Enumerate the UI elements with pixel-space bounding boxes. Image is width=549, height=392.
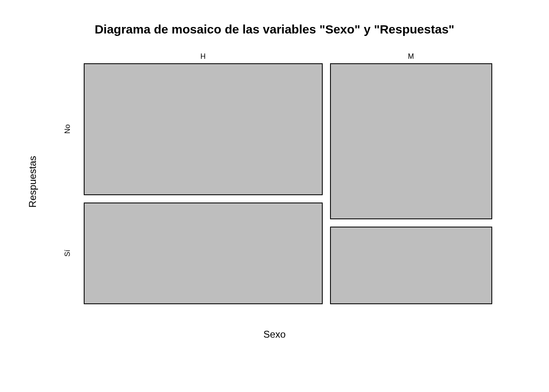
- tile-m-no: [330, 63, 492, 219]
- col-label-h: H: [201, 52, 206, 61]
- y-axis-label: Respuestas: [27, 156, 38, 208]
- row-label-si: Sí: [63, 249, 72, 256]
- tile-h-si: [84, 203, 323, 304]
- mosaic-plot-area: [84, 63, 492, 304]
- chart-title: Diagrama de mosaico de las variables "Se…: [0, 22, 549, 36]
- row-label-no: No: [63, 124, 72, 134]
- x-axis-label: Sexo: [0, 329, 549, 340]
- tile-h-no: [84, 63, 323, 195]
- col-label-m: M: [408, 52, 414, 61]
- tile-m-si: [330, 227, 492, 304]
